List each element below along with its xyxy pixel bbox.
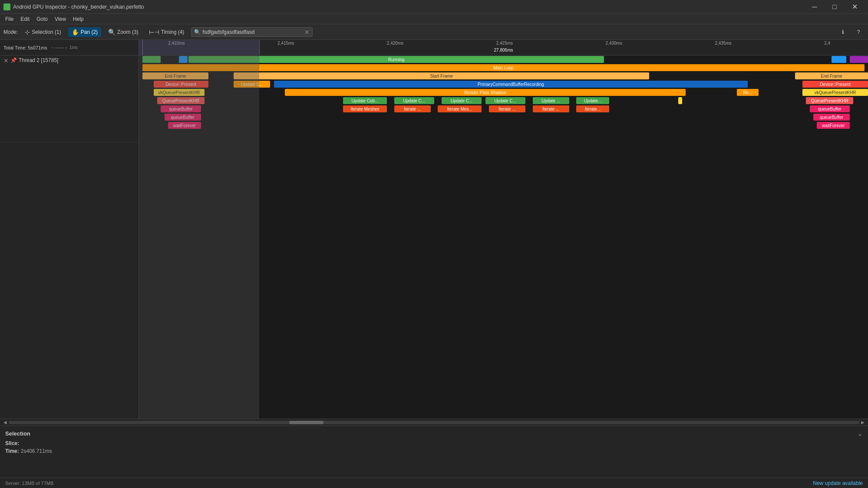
flame-block-iterate4[interactable]: Iterate... (576, 105, 609, 112)
selection-slice-row: Slice: (5, 440, 863, 446)
search-input[interactable] (202, 29, 304, 35)
flame-block-running[interactable]: Running (188, 56, 604, 63)
center-time-label: 27.806ms (494, 48, 513, 52)
flame-block[interactable] (832, 56, 846, 63)
h-scrollbar-thumb[interactable] (289, 421, 323, 424)
flame-block-re[interactable]: Re... (737, 89, 759, 96)
time-value: 2s406.711ms (21, 448, 52, 454)
selection-icon: ⊹ (25, 29, 30, 36)
search-container: 🔍 ✕ (191, 27, 313, 37)
mode-pan-button[interactable]: ✋ Pan (2) (68, 27, 101, 37)
time-label: Time: (5, 448, 19, 454)
mode-timing-button[interactable]: ⊢⊣ Timing (4) (145, 27, 188, 37)
flame-block-queuepresent1[interactable]: QueuePresentKHR (157, 97, 205, 104)
flame-block-vkqueue1[interactable]: vkQueuePresentKHR (154, 89, 205, 96)
flame-block-endframe2[interactable]: End Frame (795, 72, 868, 79)
menu-bar: File Edit Goto View Help (0, 14, 868, 24)
track-labels: ✕ 📌 Thread 2 [15785] (0, 56, 139, 419)
close-button[interactable]: ✕ (845, 0, 865, 14)
flame-block[interactable] (850, 56, 868, 63)
flame-block-update5[interactable]: Update... (576, 97, 609, 104)
h-scrollbar-track[interactable] (9, 421, 859, 424)
tick-5: 2,435ms (715, 41, 731, 46)
title-bar-text: Android GPU Inspector - chonky_bender_vu… (13, 4, 805, 10)
flame-block-update4[interactable]: Update ... (533, 97, 569, 104)
flame-block-endframe1[interactable]: End Frame (142, 72, 208, 79)
flame-block-queuebuf3[interactable]: queueBuffer (165, 114, 201, 121)
track-pin-button[interactable]: 📌 (10, 57, 17, 63)
title-bar-buttons: ─ □ ✕ (805, 0, 865, 14)
flame-block-renderpassshadow[interactable]: Render Pass Shadow (285, 89, 686, 96)
flame-block-iteratemes[interactable]: Iterate Mes... (438, 105, 482, 112)
title-bar: Android GPU Inspector - chonky_bender_vu… (0, 0, 868, 14)
scroll-left-button[interactable]: ◀ (2, 420, 9, 425)
search-clear-button[interactable]: ✕ (304, 29, 310, 36)
server-info: Server: 13MB of 77MB (5, 481, 53, 486)
flame-block-iterate3[interactable]: Iterate ... (533, 105, 569, 112)
menu-view[interactable]: View (51, 15, 69, 23)
track-content[interactable]: Running Main Loop End Frame Start Frame … (139, 56, 868, 419)
mode-zoom-button[interactable]: 🔍 Zoom (3) (105, 27, 142, 37)
slice-label: Slice: (5, 440, 19, 446)
flame-block[interactable] (179, 56, 188, 63)
flame-block-updatec2[interactable]: Update C... (442, 97, 482, 104)
flame-row-0: Running (139, 56, 868, 63)
flame-block-updates[interactable]: Update S... (234, 81, 270, 88)
flame-row-6: queueBuffer Iterate Meshes Iterate ... I… (139, 105, 868, 113)
app-icon (3, 3, 10, 10)
help-icon: ? (857, 29, 860, 35)
search-icon: 🔍 (194, 29, 201, 35)
flame-block-queuebuf1[interactable]: queueBuffer (161, 105, 201, 112)
flame-block-iterate1[interactable]: Iterate ... (394, 105, 431, 112)
track-close-button[interactable]: ✕ (3, 57, 9, 64)
flame-block-vkqueue2[interactable]: vkQueuePresentKHR (802, 89, 868, 96)
flame-row-4: vkQueuePresentKHR Render Pass Shadow Re.… (139, 88, 868, 96)
menu-file[interactable]: File (2, 15, 17, 23)
tick-1: 2,415ms (277, 41, 294, 46)
cursor-line-right (259, 40, 260, 55)
flame-block-waitforever1[interactable]: waitForever (168, 122, 201, 129)
flame-block-updatec1[interactable]: Update C... (394, 97, 434, 104)
flame-block-devicepresent1[interactable]: Device::Present (154, 81, 208, 88)
selection-time-row: Time: 2s406.711ms (5, 448, 863, 454)
flame-block-queuebuf2[interactable]: queueBuffer (810, 105, 850, 112)
info-icon: ℹ (842, 29, 844, 35)
flame-block-iteratemeshes1[interactable]: Iterate Meshes (343, 105, 387, 112)
flame-block-queuepresent2[interactable]: QueuePresentKHR (806, 97, 853, 104)
maximize-button[interactable]: □ (825, 0, 845, 14)
mode-selection-button[interactable]: ⊹ Selection (1) (21, 27, 64, 37)
flame-block[interactable] (142, 56, 161, 63)
tick-3: 2,425ms (496, 41, 513, 46)
flame-block-devicepresent2[interactable]: Device::Present (802, 81, 868, 88)
info-button[interactable]: ℹ (837, 26, 849, 38)
flame-block-updatec3[interactable]: Update C... (485, 97, 525, 104)
time-ruler[interactable]: 2,410ms 2,415ms 2,420ms 2,425ms 2,430ms … (139, 40, 868, 55)
flame-block-mainloop[interactable]: Main Loop (142, 64, 864, 71)
tick-6: 2,4 (824, 41, 830, 46)
flame-block-small[interactable] (678, 97, 682, 104)
flame-block-primarycmd[interactable]: PrimaryCommandBufferRecording (274, 81, 748, 88)
mode-zoom-label: Zoom (3) (117, 29, 139, 35)
flame-block-updatecub[interactable]: Update Cub... (343, 97, 387, 104)
scroll-right-button[interactable]: ▶ (859, 420, 866, 425)
menu-help[interactable]: Help (69, 15, 87, 23)
flame-block-iterate2[interactable]: Iterate ... (489, 105, 525, 112)
timing-icon: ⊢⊣ (149, 29, 159, 36)
minimize-button[interactable]: ─ (805, 0, 825, 14)
menu-goto[interactable]: Goto (33, 15, 51, 23)
track-label-text: Thread 2 [15785] (19, 57, 135, 63)
new-update-link[interactable]: New update available (813, 480, 863, 486)
flame-block-startframe[interactable]: Start Frame (234, 72, 649, 79)
menu-edit[interactable]: Edit (17, 15, 33, 23)
mode-pan-label: Pan (2) (81, 29, 98, 35)
mode-timing-label: Timing (4) (161, 29, 185, 35)
scale-label: ←——→ 1ms (51, 45, 78, 50)
flame-row-8: waitForever waitForever (139, 121, 868, 129)
total-time: Total Time: 5s071ms ←——→ 1ms (0, 40, 139, 55)
total-time-text: Total Time: 5s071ms (3, 45, 47, 50)
flame-block-waitforever2[interactable]: waitForever (817, 122, 850, 129)
selection-collapse-button[interactable]: ⌄ (857, 429, 863, 438)
help-button[interactable]: ? (852, 26, 865, 38)
selection-highlight (139, 40, 259, 55)
flame-block-queuebuf4[interactable]: queueBuffer (813, 114, 850, 121)
